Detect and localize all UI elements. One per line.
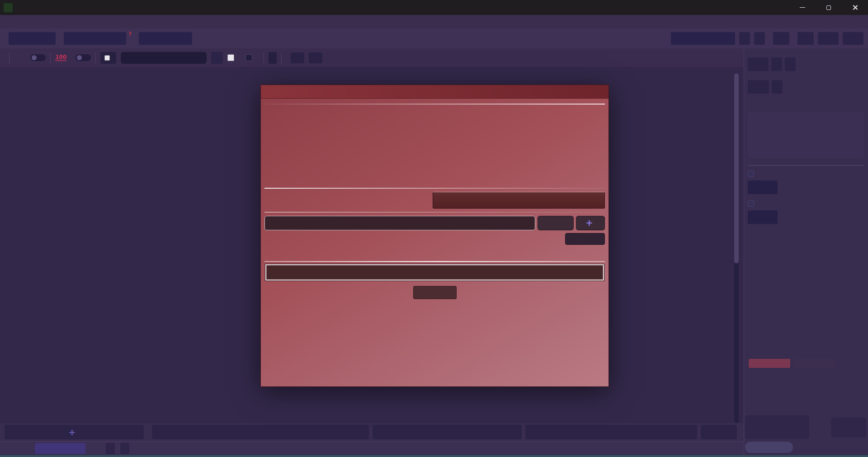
save-all-button[interactable]	[265, 264, 604, 281]
find-folder-button[interactable]	[538, 216, 574, 230]
account-button[interactable]	[120, 443, 129, 454]
app-folder-button[interactable]	[773, 32, 789, 45]
progress-fill	[745, 442, 793, 453]
tab-console[interactable]	[793, 359, 835, 368]
save-files-table	[264, 248, 605, 258]
scrollbar-thumb[interactable]	[734, 73, 739, 263]
window-controls	[789, 0, 868, 15]
guidance-check-icon	[104, 55, 110, 61]
paste-button[interactable]	[818, 32, 839, 45]
setup-button[interactable]	[739, 32, 750, 45]
stop-button[interactable]	[831, 418, 866, 438]
tm-load-button[interactable]	[748, 80, 769, 94]
visual-toggle[interactable]	[30, 54, 46, 61]
bottom-edge	[0, 455, 868, 457]
paste-clipboard-button[interactable]	[373, 425, 522, 439]
glossary-load-button[interactable]	[748, 57, 769, 71]
new-folder-button[interactable]: +	[576, 216, 605, 230]
reset-button[interactable]	[701, 425, 737, 439]
clear-button[interactable]	[525, 425, 697, 439]
search-button[interactable]	[211, 52, 223, 64]
import-file-button[interactable]	[152, 425, 369, 439]
save-folder-input[interactable]	[264, 216, 535, 230]
maximize-icon	[826, 5, 831, 10]
main-scrollbar[interactable]	[734, 73, 739, 423]
menu-bar	[0, 15, 868, 29]
to-current-button[interactable]	[269, 52, 277, 64]
settings-row: ?	[0, 29, 868, 48]
log-out-button[interactable]	[106, 443, 115, 454]
guidance-button[interactable]	[100, 52, 116, 64]
font-size-increase-button[interactable]	[291, 52, 304, 63]
project-options-sidebar	[744, 48, 868, 455]
save-button[interactable]	[843, 32, 863, 45]
retry-checkbox[interactable]	[748, 200, 754, 207]
export-tiles	[264, 107, 605, 185]
explore-button[interactable]	[565, 233, 605, 245]
status-bar	[0, 441, 744, 455]
font-size-decrease-button[interactable]	[309, 52, 322, 63]
tab-stats[interactable]	[749, 359, 790, 368]
close-button[interactable]	[842, 0, 868, 15]
retry-count-input[interactable]	[748, 210, 778, 224]
provide-context-checkbox[interactable]	[748, 171, 754, 177]
source-checkbox[interactable]	[227, 54, 234, 61]
toolbox-row: 100	[0, 48, 868, 67]
tm-clear-button[interactable]	[772, 80, 783, 94]
plus-icon: +	[68, 428, 76, 436]
target-language-select[interactable]	[9, 32, 56, 45]
provide-context-row	[748, 171, 864, 177]
target-checkbox[interactable]	[245, 54, 252, 61]
score-filter-toggle[interactable]	[75, 54, 91, 61]
close-icon	[852, 5, 858, 10]
customize-output-button[interactable]	[433, 192, 605, 209]
progress-bar	[745, 442, 864, 453]
search-input[interactable]	[121, 52, 207, 64]
minimize-icon	[800, 7, 805, 8]
minimize-button[interactable]	[789, 0, 816, 15]
save-files-dialog: +	[260, 85, 609, 387]
table-header	[264, 248, 599, 258]
plus-icon: +	[586, 219, 593, 227]
help-question-icon[interactable]: ?	[128, 31, 132, 37]
retry-row	[748, 200, 864, 207]
window-titlebar	[0, 0, 868, 15]
app-logo-icon	[4, 3, 13, 12]
glossary-clear-button[interactable]	[771, 57, 782, 71]
maximize-button[interactable]	[816, 0, 842, 15]
save-settings-button[interactable]	[797, 32, 814, 45]
stats-panel	[746, 359, 865, 368]
cancel-button[interactable]	[413, 286, 457, 299]
admin-badge[interactable]	[35, 443, 85, 454]
glossary-manage-button[interactable]	[785, 57, 796, 71]
mode-select[interactable]	[64, 32, 126, 45]
extra-comment-textarea[interactable]	[748, 112, 864, 158]
server-select[interactable]	[139, 32, 192, 45]
new-project-button[interactable]	[754, 32, 765, 45]
bottom-toolbar: +	[0, 423, 744, 441]
projects-select[interactable]	[671, 32, 735, 45]
resume-processing-button[interactable]	[745, 415, 809, 439]
custom-entry-button[interactable]: +	[5, 425, 144, 439]
dialog-title	[261, 85, 609, 99]
score-100-icon: 100	[55, 54, 66, 61]
context-count-input[interactable]	[748, 181, 778, 194]
